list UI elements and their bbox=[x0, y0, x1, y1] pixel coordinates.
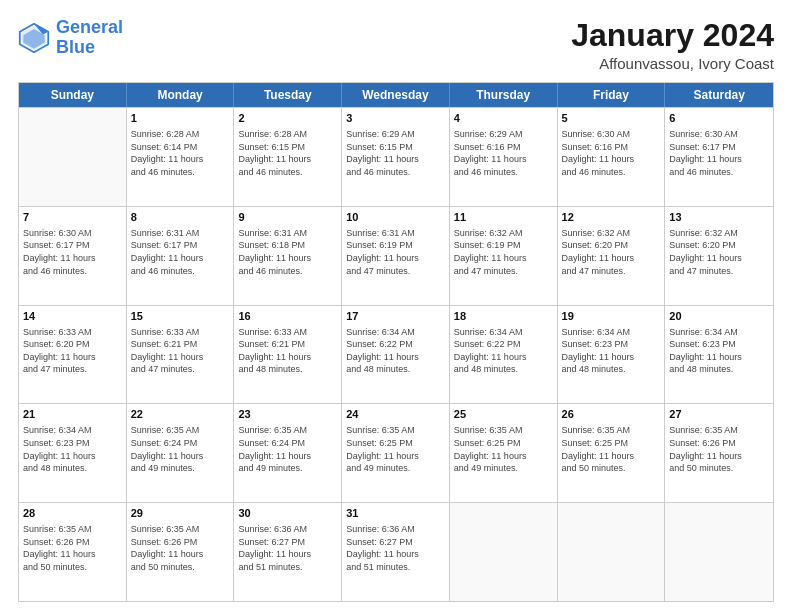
day-info: Sunrise: 6:30 AMSunset: 6:17 PMDaylight:… bbox=[669, 128, 769, 178]
week-row-5: 28Sunrise: 6:35 AMSunset: 6:26 PMDayligh… bbox=[19, 502, 773, 601]
day-info: Sunrise: 6:35 AMSunset: 6:24 PMDaylight:… bbox=[238, 424, 337, 474]
cal-cell: 15Sunrise: 6:33 AMSunset: 6:21 PMDayligh… bbox=[127, 306, 235, 404]
day-number: 7 bbox=[23, 210, 122, 225]
day-info: Sunrise: 6:31 AMSunset: 6:18 PMDaylight:… bbox=[238, 227, 337, 277]
day-info: Sunrise: 6:35 AMSunset: 6:25 PMDaylight:… bbox=[454, 424, 553, 474]
cal-cell: 18Sunrise: 6:34 AMSunset: 6:22 PMDayligh… bbox=[450, 306, 558, 404]
day-number: 3 bbox=[346, 111, 445, 126]
day-header-wednesday: Wednesday bbox=[342, 83, 450, 107]
day-info: Sunrise: 6:29 AMSunset: 6:16 PMDaylight:… bbox=[454, 128, 553, 178]
day-info: Sunrise: 6:35 AMSunset: 6:24 PMDaylight:… bbox=[131, 424, 230, 474]
day-header-sunday: Sunday bbox=[19, 83, 127, 107]
day-info: Sunrise: 6:35 AMSunset: 6:25 PMDaylight:… bbox=[346, 424, 445, 474]
cal-cell: 26Sunrise: 6:35 AMSunset: 6:25 PMDayligh… bbox=[558, 404, 666, 502]
day-number: 17 bbox=[346, 309, 445, 324]
cal-cell: 24Sunrise: 6:35 AMSunset: 6:25 PMDayligh… bbox=[342, 404, 450, 502]
cal-cell: 14Sunrise: 6:33 AMSunset: 6:20 PMDayligh… bbox=[19, 306, 127, 404]
day-number: 5 bbox=[562, 111, 661, 126]
calendar-body: 1Sunrise: 6:28 AMSunset: 6:14 PMDaylight… bbox=[19, 107, 773, 601]
cal-cell: 17Sunrise: 6:34 AMSunset: 6:22 PMDayligh… bbox=[342, 306, 450, 404]
cal-cell: 27Sunrise: 6:35 AMSunset: 6:26 PMDayligh… bbox=[665, 404, 773, 502]
calendar-header: SundayMondayTuesdayWednesdayThursdayFrid… bbox=[19, 83, 773, 107]
day-number: 15 bbox=[131, 309, 230, 324]
cal-cell: 5Sunrise: 6:30 AMSunset: 6:16 PMDaylight… bbox=[558, 108, 666, 206]
cal-cell: 20Sunrise: 6:34 AMSunset: 6:23 PMDayligh… bbox=[665, 306, 773, 404]
week-row-2: 7Sunrise: 6:30 AMSunset: 6:17 PMDaylight… bbox=[19, 206, 773, 305]
day-number: 30 bbox=[238, 506, 337, 521]
cal-cell: 11Sunrise: 6:32 AMSunset: 6:19 PMDayligh… bbox=[450, 207, 558, 305]
cal-cell: 22Sunrise: 6:35 AMSunset: 6:24 PMDayligh… bbox=[127, 404, 235, 502]
day-number: 4 bbox=[454, 111, 553, 126]
day-info: Sunrise: 6:34 AMSunset: 6:22 PMDaylight:… bbox=[454, 326, 553, 376]
day-info: Sunrise: 6:35 AMSunset: 6:26 PMDaylight:… bbox=[131, 523, 230, 573]
day-number: 22 bbox=[131, 407, 230, 422]
day-info: Sunrise: 6:28 AMSunset: 6:15 PMDaylight:… bbox=[238, 128, 337, 178]
day-info: Sunrise: 6:30 AMSunset: 6:17 PMDaylight:… bbox=[23, 227, 122, 277]
day-info: Sunrise: 6:36 AMSunset: 6:27 PMDaylight:… bbox=[346, 523, 445, 573]
day-number: 28 bbox=[23, 506, 122, 521]
day-number: 31 bbox=[346, 506, 445, 521]
day-number: 29 bbox=[131, 506, 230, 521]
logo: General Blue bbox=[18, 18, 123, 58]
page: General Blue January 2024 Affounvassou, … bbox=[0, 0, 792, 612]
day-header-saturday: Saturday bbox=[665, 83, 773, 107]
day-header-monday: Monday bbox=[127, 83, 235, 107]
cal-cell: 10Sunrise: 6:31 AMSunset: 6:19 PMDayligh… bbox=[342, 207, 450, 305]
subtitle: Affounvassou, Ivory Coast bbox=[571, 55, 774, 72]
cal-cell: 28Sunrise: 6:35 AMSunset: 6:26 PMDayligh… bbox=[19, 503, 127, 601]
day-info: Sunrise: 6:30 AMSunset: 6:16 PMDaylight:… bbox=[562, 128, 661, 178]
day-number: 1 bbox=[131, 111, 230, 126]
day-info: Sunrise: 6:34 AMSunset: 6:23 PMDaylight:… bbox=[562, 326, 661, 376]
day-number: 23 bbox=[238, 407, 337, 422]
day-number: 19 bbox=[562, 309, 661, 324]
main-title: January 2024 bbox=[571, 18, 774, 53]
cal-cell bbox=[19, 108, 127, 206]
cal-cell: 8Sunrise: 6:31 AMSunset: 6:17 PMDaylight… bbox=[127, 207, 235, 305]
day-info: Sunrise: 6:31 AMSunset: 6:17 PMDaylight:… bbox=[131, 227, 230, 277]
title-block: January 2024 Affounvassou, Ivory Coast bbox=[571, 18, 774, 72]
day-info: Sunrise: 6:35 AMSunset: 6:26 PMDaylight:… bbox=[669, 424, 769, 474]
day-header-friday: Friday bbox=[558, 83, 666, 107]
cal-cell: 30Sunrise: 6:36 AMSunset: 6:27 PMDayligh… bbox=[234, 503, 342, 601]
day-number: 16 bbox=[238, 309, 337, 324]
day-number: 8 bbox=[131, 210, 230, 225]
cal-cell: 2Sunrise: 6:28 AMSunset: 6:15 PMDaylight… bbox=[234, 108, 342, 206]
day-info: Sunrise: 6:32 AMSunset: 6:20 PMDaylight:… bbox=[669, 227, 769, 277]
day-info: Sunrise: 6:33 AMSunset: 6:20 PMDaylight:… bbox=[23, 326, 122, 376]
day-number: 6 bbox=[669, 111, 769, 126]
cal-cell: 31Sunrise: 6:36 AMSunset: 6:27 PMDayligh… bbox=[342, 503, 450, 601]
day-info: Sunrise: 6:28 AMSunset: 6:14 PMDaylight:… bbox=[131, 128, 230, 178]
day-number: 10 bbox=[346, 210, 445, 225]
day-info: Sunrise: 6:36 AMSunset: 6:27 PMDaylight:… bbox=[238, 523, 337, 573]
week-row-1: 1Sunrise: 6:28 AMSunset: 6:14 PMDaylight… bbox=[19, 107, 773, 206]
cal-cell: 4Sunrise: 6:29 AMSunset: 6:16 PMDaylight… bbox=[450, 108, 558, 206]
cal-cell bbox=[665, 503, 773, 601]
cal-cell: 12Sunrise: 6:32 AMSunset: 6:20 PMDayligh… bbox=[558, 207, 666, 305]
day-number: 14 bbox=[23, 309, 122, 324]
week-row-4: 21Sunrise: 6:34 AMSunset: 6:23 PMDayligh… bbox=[19, 403, 773, 502]
day-info: Sunrise: 6:32 AMSunset: 6:19 PMDaylight:… bbox=[454, 227, 553, 277]
cal-cell: 29Sunrise: 6:35 AMSunset: 6:26 PMDayligh… bbox=[127, 503, 235, 601]
cal-cell: 6Sunrise: 6:30 AMSunset: 6:17 PMDaylight… bbox=[665, 108, 773, 206]
day-info: Sunrise: 6:34 AMSunset: 6:23 PMDaylight:… bbox=[669, 326, 769, 376]
day-number: 12 bbox=[562, 210, 661, 225]
cal-cell bbox=[450, 503, 558, 601]
header: General Blue January 2024 Affounvassou, … bbox=[18, 18, 774, 72]
day-number: 24 bbox=[346, 407, 445, 422]
cal-cell: 16Sunrise: 6:33 AMSunset: 6:21 PMDayligh… bbox=[234, 306, 342, 404]
day-number: 21 bbox=[23, 407, 122, 422]
day-info: Sunrise: 6:35 AMSunset: 6:26 PMDaylight:… bbox=[23, 523, 122, 573]
cal-cell: 3Sunrise: 6:29 AMSunset: 6:15 PMDaylight… bbox=[342, 108, 450, 206]
day-info: Sunrise: 6:34 AMSunset: 6:23 PMDaylight:… bbox=[23, 424, 122, 474]
day-info: Sunrise: 6:31 AMSunset: 6:19 PMDaylight:… bbox=[346, 227, 445, 277]
cal-cell bbox=[558, 503, 666, 601]
cal-cell: 9Sunrise: 6:31 AMSunset: 6:18 PMDaylight… bbox=[234, 207, 342, 305]
day-header-tuesday: Tuesday bbox=[234, 83, 342, 107]
cal-cell: 25Sunrise: 6:35 AMSunset: 6:25 PMDayligh… bbox=[450, 404, 558, 502]
logo-text: General Blue bbox=[56, 18, 123, 58]
day-number: 26 bbox=[562, 407, 661, 422]
day-info: Sunrise: 6:35 AMSunset: 6:25 PMDaylight:… bbox=[562, 424, 661, 474]
day-info: Sunrise: 6:33 AMSunset: 6:21 PMDaylight:… bbox=[131, 326, 230, 376]
day-header-thursday: Thursday bbox=[450, 83, 558, 107]
day-info: Sunrise: 6:29 AMSunset: 6:15 PMDaylight:… bbox=[346, 128, 445, 178]
